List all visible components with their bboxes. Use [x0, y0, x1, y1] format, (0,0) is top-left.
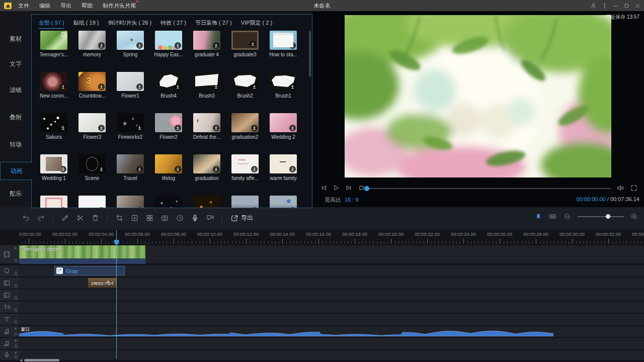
download-icon[interactable]: [289, 42, 296, 49]
library-item[interactable]: graduate3: [226, 29, 264, 70]
library-item[interactable]: graduate 4: [188, 29, 226, 70]
thumbnail-countdown[interactable]: 3: [78, 72, 106, 91]
library-item[interactable]: Travel: [111, 152, 149, 194]
sidebar-item-2[interactable]: 滤镜: [0, 81, 31, 99]
track-voiceover-8[interactable]: [0, 350, 644, 360]
sidebar-item-5[interactable]: 动画: [0, 162, 32, 180]
library-tab-4[interactable]: 节日装饰 ( 27 ): [195, 19, 232, 29]
library-item[interactable]: Teenager's...: [35, 29, 73, 70]
download-icon[interactable]: [175, 42, 181, 49]
download-icon[interactable]: [60, 207, 66, 208]
minimize-button[interactable]: [612, 3, 619, 9]
thumbnail-notepad[interactable]: [270, 31, 297, 50]
download-icon[interactable]: [289, 207, 296, 208]
library-item[interactable]: How to sta...: [264, 29, 302, 70]
track-audio-icon[interactable]: [14, 351, 18, 354]
track-pip-2[interactable]: poppy.mp4: [0, 278, 644, 289]
timeline-ruler[interactable]: 00:00:00.0000:00:02.0000:00:04.0000:00:0…: [19, 230, 644, 244]
export-button[interactable]: 导出: [230, 214, 253, 222]
play-button[interactable]: [333, 184, 340, 192]
library-item[interactable]: 3Countdow...: [73, 70, 111, 111]
library-item[interactable]: Brush1: [264, 70, 302, 111]
track-audio-icon[interactable]: [14, 327, 18, 330]
thumbnail-travel[interactable]: [117, 154, 144, 173]
library-item[interactable]: New coron...: [35, 70, 73, 111]
track-audio-icon[interactable]: [14, 246, 18, 250]
thumbnail-leaves[interactable]: [40, 31, 67, 50]
library-item[interactable]: Brush4: [149, 70, 188, 111]
download-icon[interactable]: [175, 166, 181, 172]
split-button[interactable]: [74, 212, 86, 224]
menu-item-3[interactable]: 帮助: [82, 2, 93, 10]
library-item[interactable]: Spring: [111, 29, 149, 70]
library-item[interactable]: warm family: [264, 152, 302, 194]
playhead-line[interactable]: [116, 230, 117, 359]
library-tab-2[interactable]: 倒计时/片头 ( 26 ): [108, 19, 151, 29]
library-item[interactable]: Wedding 2: [264, 111, 302, 152]
library-item[interactable]: lifelog: [149, 152, 188, 194]
library-item-partial[interactable]: [226, 194, 264, 208]
thumbnail-white2[interactable]: [78, 196, 106, 208]
thumbnail-person[interactable]: [117, 196, 144, 208]
track-video-0[interactable]: Teenager's dream: [0, 245, 644, 263]
next-frame-button[interactable]: [345, 184, 353, 192]
sidebar-item-4[interactable]: 转场: [0, 136, 31, 153]
sidebar-item-1[interactable]: 文字: [0, 55, 31, 72]
download-icon[interactable]: [98, 42, 105, 49]
download-icon[interactable]: [136, 125, 143, 131]
zoom-slider-handle[interactable]: [606, 214, 610, 219]
download-icon[interactable]: [175, 125, 181, 131]
menu-item-1[interactable]: 编辑: [39, 2, 50, 10]
thumbnail-easter[interactable]: [155, 31, 182, 50]
track-text-5[interactable]: [0, 314, 644, 325]
library-item[interactable]: Wedding 1: [35, 152, 73, 194]
track-tts-4[interactable]: [0, 302, 644, 313]
download-icon[interactable]: [98, 166, 105, 172]
download-icon[interactable]: [136, 42, 143, 49]
library-item[interactable]: Scene: [73, 152, 111, 194]
thumbnail-rose[interactable]: [270, 113, 297, 132]
thumbnail-sakura[interactable]: [40, 113, 67, 132]
download-icon[interactable]: [213, 125, 219, 131]
download-icon[interactable]: [136, 207, 143, 208]
download-icon[interactable]: [213, 166, 219, 172]
library-item[interactable]: Fireworks2: [111, 111, 149, 152]
seek-handle[interactable]: [364, 186, 369, 191]
library-item[interactable]: graduation: [188, 152, 226, 194]
library-scrollbar[interactable]: [309, 31, 311, 77]
menu-item-2[interactable]: 导出: [60, 2, 71, 10]
menu-item-0[interactable]: 文件: [18, 2, 29, 10]
account-icon[interactable]: [590, 3, 597, 9]
track-lock-icon[interactable]: [14, 344, 18, 348]
track-lock-icon[interactable]: [14, 332, 18, 336]
sidebar-item-0[interactable]: 素材: [0, 30, 31, 47]
library-item[interactable]: graduation2: [226, 111, 264, 152]
library-item[interactable]: Happy Eas...: [149, 29, 188, 70]
track-lock-icon[interactable]: [14, 355, 18, 359]
zoom-out-icon[interactable]: [564, 213, 571, 220]
download-icon[interactable]: [136, 83, 143, 90]
edit-button[interactable]: [59, 212, 71, 224]
thumbnail-wed1[interactable]: [40, 154, 67, 173]
crop-button[interactable]: [114, 212, 125, 224]
download-icon[interactable]: [60, 125, 66, 131]
download-icon[interactable]: [213, 207, 219, 208]
previous-frame-button[interactable]: [320, 184, 328, 192]
thumbnail-virus[interactable]: [40, 72, 67, 91]
download-icon[interactable]: [60, 166, 66, 172]
download-icon[interactable]: [289, 125, 296, 131]
thumbnail-road[interactable]: [231, 196, 259, 208]
download-icon[interactable]: [98, 125, 105, 131]
horizontal-scrollbar[interactable]: [24, 359, 59, 361]
thumbnail-autumn[interactable]: [155, 154, 182, 173]
thumbnail-cert2[interactable]: [231, 113, 259, 132]
thumbnail-warm[interactable]: [270, 154, 297, 173]
library-item[interactable]: Flower3: [73, 111, 111, 152]
download-icon[interactable]: [60, 83, 66, 90]
thumbnail-flower3[interactable]: [78, 113, 106, 132]
track-lock-icon[interactable]: [14, 258, 18, 262]
thumbnail-pinkframe[interactable]: [40, 196, 67, 208]
download-icon[interactable]: [98, 207, 105, 208]
download-icon[interactable]: [250, 41, 256, 47]
thumbnail-chalk[interactable]: [231, 31, 259, 50]
